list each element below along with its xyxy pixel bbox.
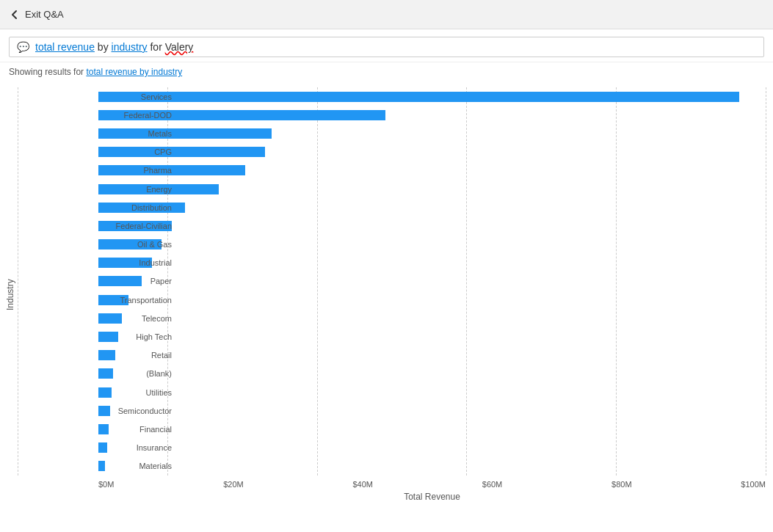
- bar-row: High Tech: [98, 329, 766, 345]
- bar-row: CPG: [98, 144, 766, 160]
- exit-qna-button[interactable]: Exit Q&A: [9, 9, 64, 21]
- x-axis-tick: $40M: [352, 480, 373, 489]
- bar-label: Paper: [98, 277, 176, 285]
- bar-row: (Blank): [98, 365, 766, 382]
- exit-label: Exit Q&A: [25, 9, 64, 20]
- bar-label: Pharma: [98, 166, 176, 175]
- bar-label: Materials: [98, 462, 176, 470]
- bar-row: Distribution: [98, 200, 766, 216]
- bar-label: Utilities: [98, 388, 176, 397]
- bar-label: Telecom: [98, 314, 176, 323]
- bar-row: Energy: [98, 181, 766, 197]
- query-valery: Valery: [165, 41, 194, 53]
- x-axis-tick: $60M: [482, 480, 503, 489]
- showing-results: Showing results for total revenue by ind…: [0, 62, 773, 80]
- bar-row: Paper: [98, 273, 766, 289]
- bar-row: Semiconductor: [98, 403, 766, 419]
- search-query: total revenue by industry for Valery: [35, 41, 193, 53]
- bar-label: Semiconductor: [98, 407, 176, 415]
- bar-row: Pharma: [98, 162, 766, 178]
- bar-label: Metals: [98, 129, 176, 138]
- bar-row: Insurance: [98, 440, 766, 456]
- bar-label: Oil & Gas: [98, 240, 176, 249]
- bar-label: Federal-Civilian: [98, 222, 176, 230]
- bar-label: Services: [98, 92, 176, 101]
- showing-link[interactable]: total revenue by industry: [86, 67, 182, 77]
- bar-row: Telecom: [98, 310, 766, 327]
- chart-inner: ServicesFederal-DODMetalsCPGPharmaEnergy…: [18, 87, 773, 502]
- bar-label: Energy: [98, 185, 176, 194]
- bar-label: Transportation: [98, 296, 176, 305]
- x-axis-tick: $80M: [611, 480, 632, 489]
- back-arrow-icon: [9, 9, 21, 21]
- grid-line: [18, 87, 18, 475]
- x-axis-title: Total Revenue: [18, 492, 766, 502]
- search-bar-container: 💬 total revenue by industry for Valery: [0, 29, 773, 62]
- search-bar[interactable]: 💬 total revenue by industry for Valery: [9, 37, 764, 57]
- bar-label: Insurance: [98, 443, 176, 452]
- y-axis-label: Industry: [3, 87, 18, 502]
- chat-icon: 💬: [17, 41, 29, 53]
- x-axis-tick: $100M: [741, 480, 766, 489]
- bar-row: Transportation: [98, 292, 766, 308]
- bar: [98, 92, 739, 102]
- bar-row: Federal-DOD: [98, 107, 766, 123]
- query-industry[interactable]: industry: [112, 41, 148, 53]
- header: Exit Q&A: [0, 0, 773, 29]
- showing-text: Showing results for: [9, 67, 86, 77]
- grid-line: [766, 87, 766, 475]
- bar-row: Retail: [98, 347, 766, 363]
- bar-label: (Blank): [98, 369, 176, 378]
- query-by: by: [98, 41, 112, 53]
- bar-label: Financial: [98, 425, 176, 434]
- bars-container: ServicesFederal-DODMetalsCPGPharmaEnergy…: [18, 87, 766, 475]
- bar-row: Oil & Gas: [98, 236, 766, 252]
- bar-label: CPG: [98, 147, 176, 156]
- bar-row: Metals: [98, 125, 766, 142]
- bar-label: Retail: [98, 351, 176, 360]
- x-axis-tick: $0M: [98, 480, 114, 489]
- bar-row: Services: [98, 89, 766, 105]
- bar-label: Federal-DOD: [98, 111, 176, 120]
- bar-row: Financial: [98, 421, 766, 437]
- query-total-revenue[interactable]: total revenue: [35, 41, 95, 53]
- bar-row: Federal-Civilian: [98, 218, 766, 234]
- bar-label: Industrial: [98, 258, 176, 267]
- bar-row: Industrial: [98, 255, 766, 271]
- x-axis-tick: $20M: [223, 480, 244, 489]
- x-axis: $0M$20M$40M$60M$80M$100M: [18, 480, 766, 489]
- bar-label: Distribution: [98, 203, 176, 212]
- bar-row: Utilities: [98, 385, 766, 401]
- chart-area: Industry ServicesFederal-DODMetalsCPGPha…: [0, 80, 773, 531]
- bar-row: Materials: [98, 458, 766, 474]
- query-for: for: [150, 41, 164, 53]
- bar-label: High Tech: [98, 332, 176, 341]
